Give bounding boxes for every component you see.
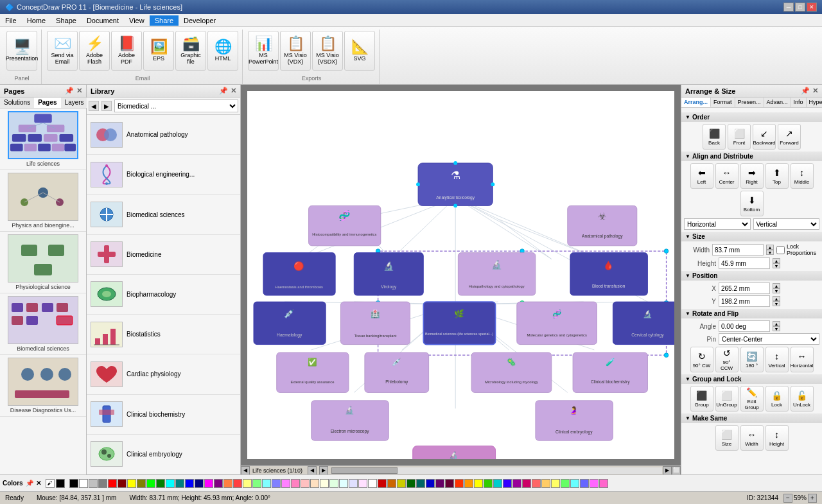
btn-lock[interactable]: 🔒 Lock [765, 386, 789, 412]
color-swatch[interactable] [512, 479, 521, 488]
x-input[interactable] [719, 282, 770, 294]
y-input[interactable] [719, 295, 770, 307]
ribbon-btn-svg[interactable]: 📐 SVG [344, 31, 375, 71]
lib-item-clinical-biochemistry[interactable]: Clinical biochemistry [87, 395, 240, 435]
ribbon-btn-graphic-file[interactable]: 🗃️ Graphic file [175, 31, 206, 71]
ribbon-btn-adobe-pdf[interactable]: 📕 Adobe PDF [111, 31, 142, 71]
color-swatch[interactable] [79, 479, 88, 488]
btn-backward[interactable]: ↙ Backward [753, 124, 776, 150]
lib-item-cardiac-physiology[interactable]: Cardiac physiology [87, 354, 240, 394]
menu-home[interactable]: Home [22, 15, 51, 26]
zoom-out-btn[interactable]: − [783, 494, 792, 503]
color-swatch[interactable] [137, 479, 146, 488]
color-swatch-fg[interactable] [56, 479, 65, 488]
library-nav-forward[interactable]: ▶ [101, 101, 112, 111]
arrange-panel-close[interactable]: ✕ [812, 87, 818, 95]
btn-same-width[interactable]: ↔ Width [740, 425, 764, 451]
section-position-header[interactable]: Position [681, 271, 822, 281]
page-item-physiological[interactable]: Physiological science [0, 232, 86, 293]
btn-align-top[interactable]: ⬆ Top [765, 163, 789, 189]
btn-flip-v[interactable]: ↕ Vertical [765, 347, 789, 372]
zoom-in-btn[interactable]: + [808, 494, 817, 503]
color-swatch[interactable] [464, 479, 473, 488]
tab-hyper[interactable]: Hyper... [807, 98, 822, 107]
color-swatch[interactable] [166, 479, 175, 488]
page-item-life-sciences[interactable]: Life sciences [0, 109, 86, 170]
color-swatch[interactable] [175, 479, 184, 488]
color-swatch[interactable] [397, 479, 406, 488]
lib-item-biomedical-sciences[interactable]: Biomedical sciences [87, 195, 240, 234]
color-swatch[interactable] [541, 479, 550, 488]
ribbon-btn-send-email[interactable]: ✉️ Send via Email [47, 31, 78, 71]
ribbon-btn-adobe-flash[interactable]: ⚡ Adobe Flash [79, 31, 110, 71]
btn-90cw[interactable]: ↻ 90° CW [690, 347, 713, 372]
color-swatch[interactable] [426, 479, 435, 488]
lib-item-biopharmacology[interactable]: Biopharmacology [87, 275, 240, 315]
btn-same-height[interactable]: ↕ Height [765, 425, 789, 451]
ribbon-btn-presentation[interactable]: 🖥️ Presentation [6, 31, 37, 71]
minimize-button[interactable]: ─ [783, 3, 794, 12]
color-swatch[interactable] [89, 479, 98, 488]
color-swatch[interactable] [484, 479, 493, 488]
color-swatch[interactable] [407, 479, 415, 488]
color-swatch[interactable] [387, 479, 396, 488]
color-swatch[interactable] [599, 479, 608, 488]
color-swatch[interactable] [281, 479, 290, 488]
color-swatch[interactable] [185, 479, 194, 488]
color-swatch[interactable] [339, 479, 348, 488]
color-swatch[interactable] [98, 479, 107, 488]
btn-ungroup[interactable]: ⬜ UnGroup [715, 386, 739, 412]
btn-group[interactable]: ⬛ Group [690, 386, 713, 412]
color-swatch[interactable] [320, 479, 329, 488]
color-swatch[interactable] [455, 479, 464, 488]
color-swatch[interactable] [156, 479, 165, 488]
canvas-inner[interactable]: ⚗ Analytical toxicology 🧬 Histocompatibi… [241, 85, 681, 465]
color-swatch[interactable] [252, 479, 261, 488]
title-bar-controls[interactable]: ─ □ ✕ [783, 3, 817, 12]
tab-present[interactable]: Presen... [735, 98, 764, 107]
color-swatch[interactable] [195, 479, 204, 488]
section-size-header[interactable]: Size [681, 232, 822, 241]
lib-item-clinical-embryology[interactable]: Clinical embryology [87, 435, 240, 474]
height-input[interactable] [719, 257, 770, 269]
menu-shape[interactable]: Shape [51, 15, 82, 26]
color-swatch[interactable] [310, 479, 319, 488]
pages-panel-pin[interactable]: 📌 [65, 87, 74, 95]
section-make-same-header[interactable]: Make Same [681, 413, 822, 423]
lib-item-biomedicine[interactable]: Biomedicine [87, 235, 240, 275]
menu-share[interactable]: Share [150, 15, 179, 26]
color-swatch[interactable] [291, 479, 300, 488]
page-item-biomedical[interactable]: Biomedical sciences [0, 293, 86, 355]
btn-90ccw[interactable]: ↺ 90° CCW [715, 347, 739, 372]
btn-180[interactable]: 🔄 180 ° [740, 347, 764, 372]
section-order-header[interactable]: Order [681, 112, 822, 122]
color-swatch[interactable] [349, 479, 358, 488]
section-rotate-header[interactable]: Rotate and Flip [681, 309, 822, 318]
color-swatch[interactable] [580, 479, 589, 488]
color-swatch[interactable] [570, 479, 579, 488]
width-down[interactable]: ▼ [766, 250, 774, 255]
scroll-expand-btn[interactable]: ⬜ [672, 466, 681, 475]
angle-down[interactable]: ▼ [773, 326, 780, 331]
width-up[interactable]: ▲ [766, 245, 774, 250]
btn-front[interactable]: ⬜ Front [728, 124, 751, 150]
y-up[interactable]: ▲ [773, 296, 780, 301]
menu-file[interactable]: File [0, 15, 22, 26]
color-swatch[interactable] [214, 479, 223, 488]
color-swatch[interactable] [493, 479, 502, 488]
section-group-header[interactable]: Group and Lock [681, 374, 822, 384]
btn-align-right[interactable]: ➡ Right [740, 163, 764, 189]
x-down[interactable]: ▼ [773, 288, 780, 293]
lib-item-biostatistics[interactable]: Biostatistics [87, 315, 240, 354]
btn-align-bottom[interactable]: ⬇ Bottom [740, 191, 764, 216]
scroll-prev-page[interactable]: ◀ [308, 466, 317, 475]
scroll-next-page[interactable]: ▶ [319, 466, 328, 475]
tab-pages[interactable]: Pages [34, 98, 60, 108]
color-swatch[interactable] [416, 479, 425, 488]
lib-item-anatomical-pathology[interactable]: Anatomical pathology [87, 115, 240, 155]
scrollbar-horizontal[interactable]: ◀ Life sciences (1/10) ◀ ▶ ▶ ⬜ [241, 465, 681, 474]
color-swatch[interactable] [561, 479, 570, 488]
height-down[interactable]: ▼ [773, 263, 780, 268]
color-swatch[interactable] [368, 479, 377, 488]
color-tool-btn[interactable]: 🖌 [46, 479, 55, 488]
